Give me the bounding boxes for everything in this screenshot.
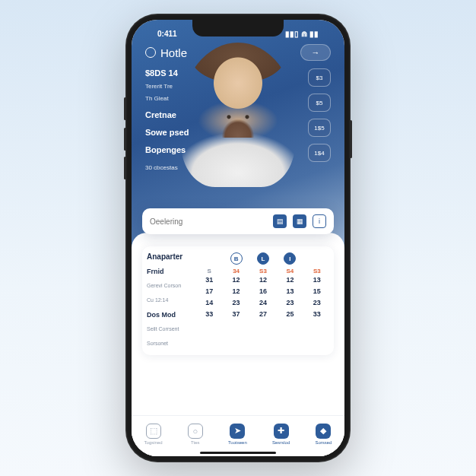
cal-side-row: Dos Mod — [147, 309, 192, 320]
stat-value: $8DS 14 — [145, 68, 189, 78]
page-title: Hotle — [160, 46, 296, 59]
price-pill[interactable]: $3 — [308, 68, 331, 87]
circle-icon — [145, 47, 156, 58]
cal-cell[interactable]: 37 — [224, 309, 248, 320]
cal-cell[interactable]: 14 — [197, 297, 221, 309]
arrow-right-icon: → — [312, 48, 320, 57]
grid-icon: ⬚ — [146, 424, 161, 439]
search-input[interactable] — [150, 217, 267, 226]
calendar-icon[interactable]: ▦ — [293, 214, 306, 228]
tab-item[interactable]: ➤Tuotseen — [228, 424, 247, 445]
cal-cell[interactable]: 31 — [197, 274, 221, 286]
tab-item[interactable]: ✚Sesrslod — [272, 424, 290, 445]
cal-col-head: S — [197, 268, 221, 274]
cal-cell[interactable]: 16 — [251, 286, 275, 297]
cal-cell[interactable]: 33 — [197, 309, 221, 320]
tab-item[interactable]: ◆Sorssed — [315, 424, 332, 445]
cal-side-row: Sorsonet — [147, 338, 192, 349]
cal-cell[interactable]: 23 — [224, 297, 248, 309]
cal-cell[interactable]: 12 — [224, 274, 248, 286]
cal-cell[interactable]: 12 — [278, 274, 302, 286]
home-indicator[interactable] — [200, 452, 276, 454]
diamond-icon: ◆ — [316, 424, 331, 439]
cal-filter-dot[interactable]: L — [257, 252, 269, 265]
cal-cell[interactable]: 33 — [305, 309, 329, 320]
cal-cell[interactable]: 12 — [251, 274, 275, 286]
cal-side-row: Cu 12:14 — [147, 294, 192, 306]
cal-cell[interactable]: 24 — [251, 297, 275, 309]
cal-cell[interactable]: 13 — [305, 274, 329, 286]
cal-side-row: Frnid — [147, 265, 192, 277]
circle-icon: ○ — [188, 424, 203, 439]
tab-item[interactable]: ⬚Togsined — [144, 424, 163, 445]
menu-footer: 30 cbcestas — [145, 164, 189, 171]
cal-cell[interactable]: 15 — [305, 286, 329, 297]
tab-bar: ⬚Togsined ○Ttes ➤Tuotseen ✚Sesrslod ◆Sor… — [132, 415, 344, 456]
wifi-icon: ⋒ — [301, 30, 307, 38]
forward-button[interactable]: → — [300, 44, 331, 61]
screen: 0:411 ▮▮▯ ⋒ ▮▮ Hotle → $8DS 14 Tererit T… — [132, 20, 344, 456]
cal-side-row: Gerevi Corson — [147, 280, 192, 291]
status-time: 0:411 — [157, 30, 177, 38]
stat-sub2: Th Gleat — [145, 95, 189, 102]
search-card: ▤ ▦ i — [142, 208, 334, 234]
notch — [192, 20, 284, 36]
price-pill[interactable]: 1$5 — [308, 119, 331, 137]
send-icon: ➤ — [230, 424, 245, 439]
price-pill[interactable]: 1$4 — [308, 144, 331, 162]
info-icon[interactable]: i — [313, 214, 326, 228]
cal-col-head: S3 — [251, 268, 275, 274]
battery-icon: ▮▮ — [309, 30, 319, 38]
cal-col-head: 34 — [224, 268, 248, 274]
cal-cell[interactable]: 13 — [278, 286, 302, 297]
plus-icon: ✚ — [274, 424, 289, 439]
calendar-title: Anaparter — [147, 252, 192, 261]
signal-icon: ▮▮▯ — [285, 30, 299, 38]
menu-item[interactable]: Sowe psed — [145, 128, 189, 137]
calendar-card: Anaparter Frnid Gerevi Corson Cu 12:14 D… — [142, 246, 334, 355]
cal-filter-dot[interactable]: B — [230, 252, 243, 265]
cal-cell[interactable]: 23 — [305, 297, 329, 309]
cal-filter-dot[interactable]: I — [284, 252, 296, 265]
phone-frame: 0:411 ▮▮▯ ⋒ ▮▮ Hotle → $8DS 14 Tererit T… — [125, 14, 351, 462]
cal-col-head: S3 — [305, 268, 329, 274]
cal-cell[interactable]: 17 — [197, 286, 221, 297]
cal-cell[interactable]: 23 — [278, 297, 302, 309]
side-menu: $8DS 14 Tererit Tre Th Gleat Cretnae Sow… — [145, 68, 189, 171]
price-pill[interactable]: $5 — [308, 94, 331, 112]
menu-item[interactable]: Bopenges — [145, 145, 189, 154]
cal-col-head: S4 — [278, 268, 302, 274]
tab-item[interactable]: ○Ttes — [188, 424, 203, 445]
menu-item[interactable]: Cretnae — [145, 110, 189, 119]
cal-cell[interactable]: 25 — [278, 309, 302, 320]
cal-side-row: Seilt Corrsent — [147, 323, 192, 335]
stat-sub1: Tererit Tre — [145, 83, 189, 90]
cal-cell[interactable]: 27 — [251, 309, 275, 320]
cal-cell[interactable]: 12 — [224, 286, 248, 297]
doc-icon[interactable]: ▤ — [273, 214, 287, 228]
